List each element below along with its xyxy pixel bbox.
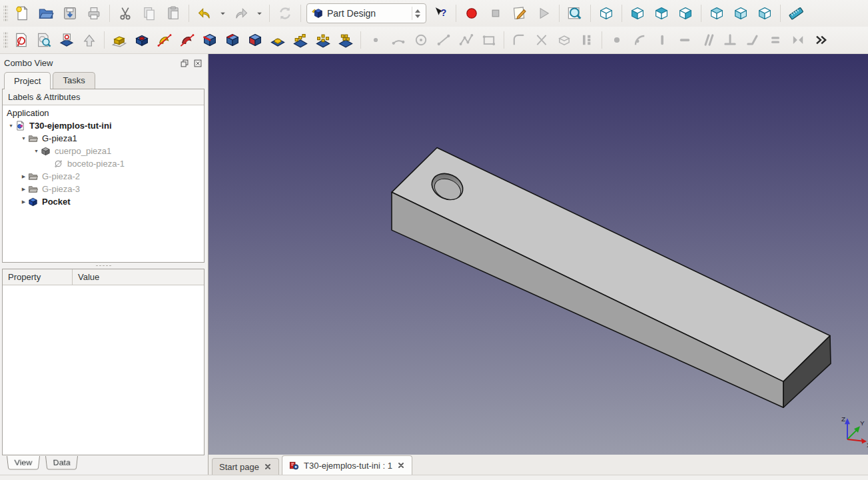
3d-viewport[interactable]: Z Y X — [209, 54, 868, 455]
create-arc-button[interactable] — [389, 30, 408, 50]
float-panel-button[interactable] — [180, 58, 191, 69]
macro-record-button[interactable] — [462, 3, 482, 23]
paste-button[interactable] — [163, 3, 183, 23]
trim-edge-button[interactable] — [532, 30, 551, 50]
fit-all-button[interactable] — [565, 3, 585, 23]
toolbar-overflow-button[interactable] — [811, 30, 830, 50]
create-circle-button[interactable] — [412, 30, 430, 50]
workbench-selector[interactable]: Part Design — [306, 3, 426, 23]
new-sketch-button[interactable] — [12, 30, 31, 50]
constrain-symmetric-button[interactable] — [789, 30, 807, 50]
create-point-button[interactable] — [366, 30, 385, 50]
tree-header: Labels & Attributes — [3, 89, 204, 105]
view-axonometric-button[interactable] — [596, 3, 616, 23]
constrain-vertical-button[interactable] — [653, 30, 671, 50]
toolbar-separator — [104, 31, 105, 49]
collapse-arrow-icon[interactable]: ▼ — [19, 136, 28, 141]
view-bottom-button[interactable] — [731, 3, 751, 23]
view-front-button[interactable] — [628, 3, 648, 23]
cut-button[interactable] — [115, 3, 135, 23]
undo-button[interactable] — [195, 3, 215, 23]
toolbar-handle[interactable] — [3, 5, 8, 21]
pad-button[interactable] — [110, 30, 129, 50]
fillet-button[interactable] — [201, 30, 219, 50]
linear-pattern-button[interactable] — [291, 30, 310, 50]
draft-button[interactable] — [246, 30, 264, 50]
pocket-button[interactable] — [133, 30, 151, 50]
panel-splitter[interactable] — [0, 263, 208, 269]
tree-item-g-pieza-2[interactable]: ▶G-pieza-2 — [3, 170, 204, 183]
view-rear-button[interactable] — [707, 3, 727, 23]
macro-execute-button[interactable] — [534, 3, 554, 23]
tree-item-g-pieza1[interactable]: ▼G-pieza1 — [3, 132, 204, 145]
constrain-point-on-object-button[interactable] — [630, 30, 649, 50]
tab-document-t30[interactable]: T30-ejemplos-tut-ini : 1 — [282, 455, 412, 475]
mdi-tab-bar: Start page T30-ejemplos-tut-ini : 1 — [209, 455, 868, 475]
view-top-button[interactable] — [651, 3, 671, 23]
open-document-button[interactable] — [36, 3, 56, 23]
tree-item-t30-ejemplos-tut-ini[interactable]: ▼T30-ejemplos-tut-ini — [3, 119, 204, 132]
create-fillet-button[interactable] — [510, 30, 528, 50]
value-column-header[interactable]: Value — [73, 269, 105, 285]
multi-transform-button[interactable] — [336, 30, 355, 50]
redo-button[interactable] — [231, 3, 251, 23]
close-panel-button[interactable] — [193, 58, 204, 69]
tab-project[interactable]: Project — [4, 72, 51, 89]
chamfer-button[interactable] — [223, 30, 242, 50]
expand-arrow-icon[interactable]: ▶ — [19, 174, 28, 179]
view-right-button[interactable] — [675, 3, 695, 23]
create-rectangle-button[interactable] — [480, 30, 498, 50]
tab-tasks[interactable]: Tasks — [53, 72, 95, 89]
tree-root-application[interactable]: Application — [3, 107, 204, 119]
view-left-button[interactable] — [755, 3, 775, 23]
macro-stop-button[interactable] — [486, 3, 506, 23]
refresh-button[interactable] — [275, 3, 295, 23]
create-polyline-button[interactable] — [457, 30, 476, 50]
polar-pattern-button[interactable] — [314, 30, 332, 50]
copy-button[interactable] — [139, 3, 159, 23]
measure-distance-button[interactable] — [786, 3, 806, 23]
tree-item-label: boceto-pieza-1 — [65, 159, 125, 169]
mirrored-button[interactable] — [268, 30, 287, 50]
tree-item-boceto-pieza-1[interactable]: boceto-pieza-1 — [3, 157, 204, 170]
close-tab-icon[interactable] — [264, 463, 272, 471]
tree-item-g-pieza-3[interactable]: ▶G-pieza-3 — [3, 183, 204, 195]
tab-view[interactable]: View — [7, 456, 40, 469]
redo-dropdown[interactable] — [255, 3, 264, 23]
constrain-tangent-button[interactable] — [743, 30, 762, 50]
undo-dropdown[interactable] — [218, 3, 227, 23]
view-sketch-button[interactable] — [35, 30, 53, 50]
revolution-button[interactable] — [155, 30, 174, 50]
collapse-arrow-icon[interactable]: ▼ — [32, 149, 41, 153]
leave-sketch-button[interactable] — [80, 30, 99, 50]
print-button[interactable] — [84, 3, 104, 23]
constrain-coincident-button[interactable] — [608, 30, 626, 50]
toolbar-handle[interactable] — [3, 32, 8, 48]
workbench-selector-spinner[interactable] — [412, 7, 423, 20]
constrain-horizontal-button[interactable] — [675, 30, 694, 50]
expand-arrow-icon[interactable]: ▶ — [19, 199, 28, 205]
property-column-header[interactable]: Property — [3, 269, 73, 285]
combo-view-titlebar[interactable]: Combo View — [0, 56, 208, 70]
model-tree[interactable]: Application ▼T30-ejemplos-tut-ini▼G-piez… — [3, 105, 204, 262]
map-sketch-button[interactable] — [57, 30, 76, 50]
tab-start-page[interactable]: Start page — [212, 458, 279, 475]
tree-item-label: G-pieza-3 — [40, 184, 80, 194]
save-document-button[interactable] — [60, 3, 80, 23]
sketch-elements-button[interactable] — [578, 30, 596, 50]
whats-this-button[interactable] — [430, 3, 450, 23]
external-geometry-button[interactable] — [555, 30, 574, 50]
constrain-equal-button[interactable] — [766, 30, 785, 50]
create-line-button[interactable] — [434, 30, 453, 50]
collapse-arrow-icon[interactable]: ▼ — [7, 123, 15, 128]
macro-edit-button[interactable] — [510, 3, 530, 23]
tree-item-pocket[interactable]: ▶Pocket — [3, 195, 204, 208]
close-tab-icon[interactable] — [397, 461, 405, 469]
expand-arrow-icon[interactable]: ▶ — [19, 187, 28, 192]
new-document-button[interactable] — [12, 3, 32, 23]
constrain-perpendicular-button[interactable] — [721, 30, 739, 50]
tree-item-cuerpo-pieza1[interactable]: ▼cuerpo_pieza1 — [3, 145, 204, 157]
tab-data[interactable]: Data — [45, 456, 78, 469]
constrain-parallel-button[interactable] — [698, 30, 717, 50]
groove-button[interactable] — [178, 30, 197, 50]
